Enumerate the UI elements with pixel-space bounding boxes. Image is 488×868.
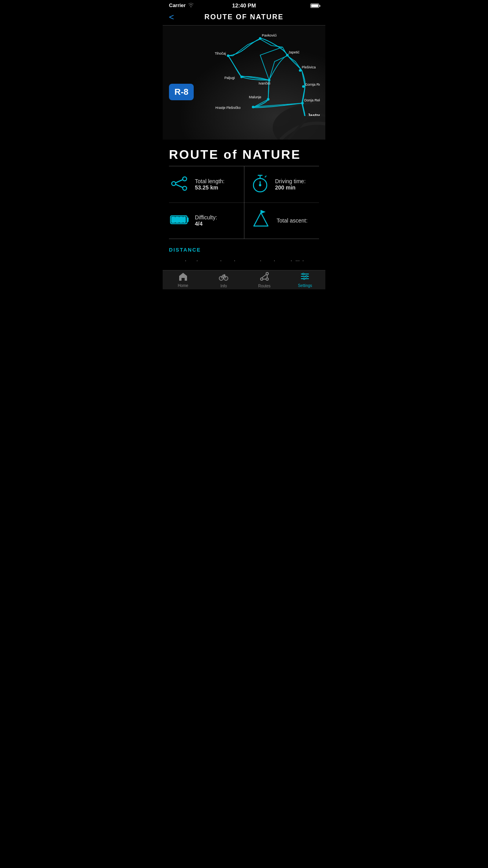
stats-grid-row1: Total length: 53.25 km Driving time: 200… (163, 166, 325, 202)
svg-text:Hrastje Plešivičko: Hrastje Plešivičko (215, 106, 241, 110)
route-title-section: ROUTE of NATURE (163, 140, 325, 166)
svg-rect-41 (180, 217, 183, 223)
distance-text: Jastrebarsko > Donja Reka > Gornja Reka … (169, 258, 319, 261)
svg-point-8 (299, 69, 302, 72)
stats-grid-row2: Difficulty: 4/4 Total ascent: (163, 202, 325, 239)
svg-point-51 (266, 278, 268, 280)
total-ascent-label: Total ascent: (277, 217, 308, 224)
status-bar: Carrier 12:40 PM (163, 0, 325, 10)
svg-text:Paljugi: Paljugi (224, 76, 235, 80)
svg-text:Ivančići: Ivančići (259, 81, 270, 85)
driving-time-text: Driving time: 200 min (275, 178, 306, 191)
route-main-title: ROUTE of NATURE (169, 147, 319, 162)
svg-text:Plešivica: Plešivica (302, 65, 316, 69)
route-map-svg: Pavkovići Tihočaj Japetić Paljugi Ivanči… (194, 29, 320, 116)
route-badge: R-8 (169, 84, 194, 100)
distance-section: DISTANCE Jastrebarsko > Donja Reka > Gor… (163, 239, 325, 261)
back-button[interactable]: < (169, 12, 174, 22)
map-section: Pavkovići Tihočaj Japetić Paljugi Ivanči… (163, 26, 325, 140)
svg-point-9 (302, 85, 305, 88)
total-length-text: Total length: 53.25 km (195, 178, 225, 191)
svg-point-13 (303, 116, 307, 116)
svg-line-35 (265, 176, 266, 177)
difficulty-label: Difficulty: (195, 214, 217, 221)
svg-point-7 (268, 79, 271, 81)
svg-line-29 (176, 184, 183, 188)
driving-time-icon (251, 173, 270, 195)
svg-rect-38 (187, 218, 188, 222)
svg-point-4 (227, 55, 229, 57)
settings-icon (300, 272, 310, 283)
driving-time-label: Driving time: (275, 178, 306, 184)
svg-point-25 (172, 182, 176, 186)
svg-point-3 (259, 37, 262, 40)
route-length-icon (169, 173, 189, 195)
svg-text:Japetić: Japetić (288, 50, 300, 54)
svg-text:Donja Reka: Donja Reka (305, 98, 320, 102)
info-icon (219, 272, 228, 283)
tab-info[interactable]: Info (204, 272, 244, 288)
driving-time-value: 200 min (275, 184, 306, 191)
tab-bar: Home Info Route (163, 270, 325, 289)
svg-line-28 (176, 180, 183, 183)
difficulty-cell: Difficulty: 4/4 (163, 202, 244, 239)
total-ascent-icon (251, 210, 271, 232)
tab-home[interactable]: Home (163, 272, 204, 288)
svg-marker-43 (254, 213, 268, 226)
svg-rect-39 (172, 217, 175, 223)
difficulty-icon (169, 210, 189, 232)
total-ascent-text: Total ascent: (277, 217, 308, 224)
tab-info-label: Info (220, 284, 227, 288)
svg-point-6 (240, 75, 243, 78)
tab-routes-label: Routes (258, 284, 271, 288)
tab-settings[interactable]: Settings (285, 272, 326, 288)
svg-point-10 (267, 98, 270, 101)
main-content[interactable]: Pavkovići Tihočaj Japetić Paljugi Ivanči… (163, 26, 325, 261)
tab-settings-label: Settings (298, 283, 312, 288)
svg-point-26 (183, 177, 187, 181)
svg-rect-58 (303, 273, 304, 275)
total-length-value: 53.25 km (195, 184, 225, 191)
svg-point-49 (261, 278, 263, 280)
svg-point-27 (183, 186, 187, 190)
svg-point-12 (301, 102, 304, 105)
svg-rect-60 (303, 278, 305, 280)
status-time: 12:40 PM (232, 2, 256, 9)
status-right (310, 2, 319, 8)
tab-home-label: Home (178, 283, 188, 288)
svg-rect-59 (306, 276, 307, 277)
carrier-label: Carrier (169, 2, 186, 8)
svg-line-52 (262, 274, 266, 278)
battery-icon (310, 4, 319, 8)
nav-header: < ROUTE of NATURE (163, 10, 325, 26)
total-ascent-cell: Total ascent: (244, 202, 325, 239)
distance-heading: DISTANCE (169, 247, 319, 253)
difficulty-text: Difficulty: 4/4 (195, 214, 217, 227)
svg-text:Gornja Reka: Gornja Reka (305, 83, 320, 86)
routes-icon (260, 272, 269, 283)
svg-rect-40 (176, 217, 179, 223)
difficulty-value: 4/4 (195, 221, 217, 227)
svg-text:Malunje: Malunje (249, 95, 261, 99)
svg-text:Pavkovići: Pavkovići (262, 33, 277, 37)
home-icon (178, 272, 188, 283)
svg-rect-42 (183, 217, 185, 223)
total-length-label: Total length: (195, 178, 225, 184)
svg-text:Jastrebarsko: Jastrebarsko (308, 113, 320, 116)
status-left: Carrier (169, 2, 194, 8)
tab-routes[interactable]: Routes (244, 272, 285, 288)
svg-marker-45 (261, 210, 265, 213)
nav-title: ROUTE of NATURE (204, 13, 284, 21)
svg-point-34 (259, 184, 261, 186)
total-length-cell: Total length: 53.25 km (163, 166, 244, 202)
svg-point-11 (252, 106, 255, 108)
driving-time-cell: Driving time: 200 min (244, 166, 325, 202)
svg-text:Tihočaj: Tihočaj (215, 51, 226, 55)
wifi-icon (188, 2, 194, 8)
